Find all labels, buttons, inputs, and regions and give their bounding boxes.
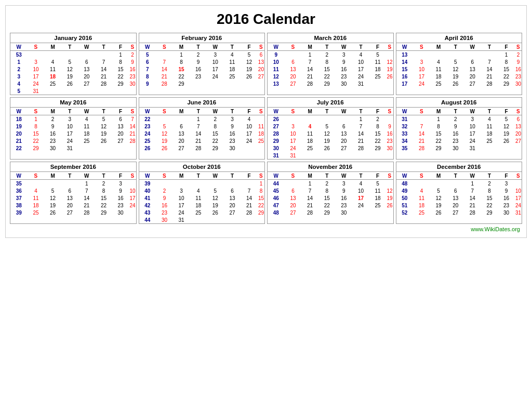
- col-header: F: [241, 172, 258, 180]
- calendar-cell: [224, 80, 241, 87]
- month-table: WSMTWTFS22123423567891011241213141516171…: [139, 108, 265, 152]
- calendar-cell: 16: [386, 130, 393, 137]
- col-header: F: [498, 43, 515, 51]
- calendar-cell: 3: [224, 115, 241, 123]
- calendar-cell: 15: [369, 130, 387, 137]
- calendar-cell: 20: [10, 130, 28, 137]
- calendar-cell: 20: [285, 73, 302, 80]
- calendar-cell: 28: [268, 130, 285, 137]
- calendar-cell: 27: [464, 80, 481, 87]
- calendar-cell: 1: [112, 51, 129, 59]
- calendar-cell: 9: [224, 123, 241, 130]
- col-header: T: [190, 172, 207, 180]
- calendar-cell: 1: [190, 115, 207, 123]
- calendar-cell: 25: [481, 137, 498, 144]
- footer-link[interactable]: www.WikiDates.org: [10, 226, 522, 232]
- calendar-cell: [386, 180, 393, 188]
- calendar-cell: 11: [28, 194, 45, 202]
- calendar-cell: 21: [301, 73, 318, 80]
- calendar-cell: 27: [173, 144, 190, 152]
- month-table: WSMTWTFS26122734567892810111213141516291…: [268, 108, 393, 159]
- calendar-cell: 26: [44, 209, 61, 216]
- col-header: W: [464, 43, 481, 51]
- calendar-cell: 50: [396, 194, 414, 202]
- calendar-cell: 10: [207, 58, 224, 65]
- col-header: S: [413, 43, 430, 51]
- calendar-cell: 7: [301, 187, 318, 194]
- calendar-cell: 14: [352, 130, 369, 137]
- calendar-cell: 47: [268, 202, 285, 209]
- col-header: S: [515, 108, 522, 115]
- calendar-cell: 26: [207, 209, 224, 216]
- calendar-cell: 6: [515, 115, 522, 123]
- calendar-cell: 7: [301, 58, 318, 65]
- calendar-cell: [352, 152, 369, 159]
- calendar-cell: 3: [173, 187, 190, 194]
- col-header: T: [95, 108, 112, 115]
- calendar-cell: 8: [258, 187, 264, 194]
- calendar-cell: 14: [156, 65, 173, 73]
- calendar-cell: 19: [156, 137, 173, 144]
- calendar-cell: [301, 115, 318, 123]
- calendar-cell: [190, 180, 207, 188]
- calendar-cell: [430, 51, 447, 59]
- calendar-cell: [369, 209, 387, 216]
- calendar-cell: 27: [224, 209, 241, 216]
- calendar-cell: 25: [369, 73, 387, 80]
- calendar-cell: 9: [336, 187, 353, 194]
- calendar-cell: 24: [413, 80, 430, 87]
- calendar-cell: 27: [112, 137, 129, 144]
- col-header: M: [44, 43, 61, 51]
- calendar-cell: 7: [95, 58, 112, 65]
- col-header: S: [386, 43, 393, 51]
- calendar-cell: 25: [369, 202, 387, 209]
- calendar-cell: 24: [285, 144, 302, 152]
- calendar-cell: 18: [258, 130, 264, 137]
- calendar-cell: [318, 115, 336, 123]
- calendar-cell: [352, 209, 369, 216]
- calendar-cell: 26: [318, 144, 336, 152]
- calendar-cell: [173, 180, 190, 188]
- calendar-cell: [156, 115, 173, 123]
- calendar-cell: 16: [190, 65, 207, 73]
- calendar-cell: 28: [352, 144, 369, 152]
- calendar-cell: 14: [413, 130, 430, 137]
- calendar-cell: 12: [241, 58, 258, 65]
- calendar-cell: [258, 115, 264, 123]
- calendar-cell: 22: [139, 115, 156, 123]
- calendar-cell: [224, 216, 241, 223]
- calendar-cell: 48: [268, 209, 285, 216]
- calendar-cell: 13: [268, 80, 285, 87]
- calendar-cell: 19: [207, 202, 224, 209]
- calendar-cell: 20: [112, 130, 129, 137]
- calendar-cell: 20: [464, 73, 481, 80]
- calendar-cell: 44: [268, 180, 285, 188]
- calendar-cell: 28: [129, 137, 136, 144]
- calendar-cell: 5: [430, 187, 447, 194]
- col-header: T: [481, 43, 498, 51]
- calendar-cell: 14: [396, 58, 414, 65]
- calendar-cell: 22: [95, 202, 112, 209]
- calendar-cell: [78, 51, 96, 59]
- calendar-cell: 13: [336, 130, 353, 137]
- calendar-cell: [301, 152, 318, 159]
- calendar-cell: 9: [139, 80, 156, 87]
- calendar-cell: 11: [430, 65, 447, 73]
- calendar-cell: 23: [498, 202, 515, 209]
- calendar-cell: 23: [129, 73, 136, 80]
- col-header: S: [515, 43, 522, 51]
- calendar-cell: 4: [352, 51, 369, 59]
- calendar-cell: 5: [139, 51, 156, 59]
- calendar-cell: 10: [61, 123, 78, 130]
- calendar-cell: 45: [268, 187, 285, 194]
- calendar-cell: 19: [430, 202, 447, 209]
- col-header: T: [318, 108, 336, 115]
- calendar-cell: 25: [44, 80, 61, 87]
- col-header: S: [129, 108, 136, 115]
- calendar-cell: 6: [61, 187, 78, 194]
- calendar-cell: 12: [386, 58, 393, 65]
- calendar-cell: [258, 216, 264, 223]
- col-header: W: [139, 108, 156, 115]
- calendar-cell: 8: [95, 187, 112, 194]
- calendar-cell: 8: [28, 123, 45, 130]
